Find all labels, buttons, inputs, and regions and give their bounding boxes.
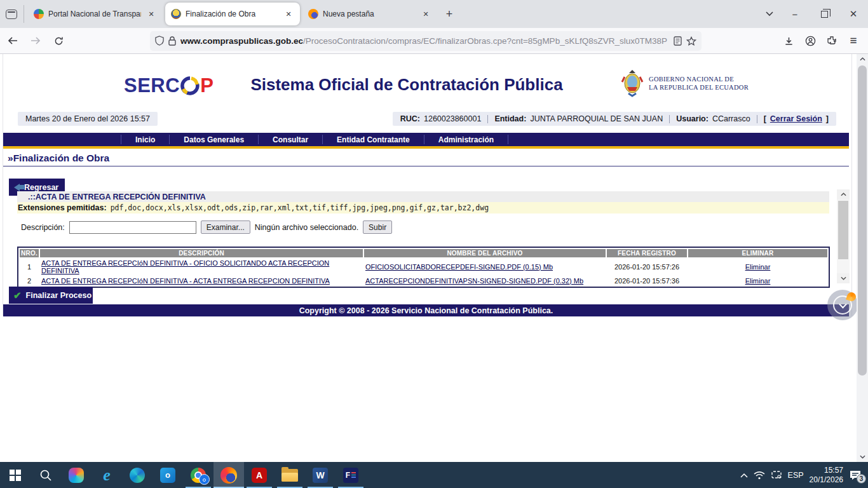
subir-button[interactable]: Subir bbox=[363, 220, 392, 234]
edge-icon bbox=[130, 468, 145, 483]
internet-explorer-icon: e bbox=[103, 466, 111, 485]
bookmark-star-icon[interactable] bbox=[686, 36, 696, 46]
session-chip: RUC: 1260023860001 Entidad: JUNTA PARROQ… bbox=[393, 112, 836, 126]
taskbar-edge[interactable] bbox=[122, 462, 153, 488]
reload-button[interactable] bbox=[48, 31, 69, 50]
taskbar-internet-explorer[interactable]: e bbox=[92, 462, 122, 488]
examinar-button[interactable]: Examinar... bbox=[201, 220, 250, 234]
tray-clock[interactable]: 15:57 20/1/2026 bbox=[810, 466, 843, 485]
sercop-logo-text-p: P bbox=[200, 74, 214, 97]
finalizar-proceso-button[interactable]: ✔ Finalizar Proceso bbox=[9, 287, 93, 304]
col-descripcion: DESCRIPCIÓN bbox=[40, 249, 363, 257]
start-button[interactable] bbox=[0, 462, 31, 488]
reader-view-icon[interactable] bbox=[674, 36, 682, 46]
gold-divider bbox=[3, 146, 849, 149]
firefox-favicon-icon bbox=[308, 9, 318, 19]
taskbar-search-button[interactable] bbox=[31, 462, 61, 488]
cerrar-sesion-link[interactable]: Cerrar Sesión bbox=[770, 114, 822, 123]
downloads-button[interactable] bbox=[778, 31, 799, 50]
footer-copyright: Copyright © 2008 - 2026 Servicio Naciona… bbox=[3, 304, 849, 316]
menu-button[interactable]: ≡ bbox=[843, 31, 864, 50]
tab-close-icon[interactable]: ✕ bbox=[146, 8, 157, 20]
scrollbar-thumb[interactable] bbox=[858, 65, 867, 376]
taskbar: e o A W F bbox=[0, 462, 868, 488]
restore-button[interactable] bbox=[810, 0, 839, 28]
firefox-view-button[interactable] bbox=[5, 5, 24, 23]
eliminar-link[interactable]: Eliminar bbox=[745, 263, 771, 271]
url-bar[interactable]: www.compraspublicas.gob.ec/ProcesoContra… bbox=[150, 31, 702, 51]
notification-center-button[interactable]: 3 bbox=[849, 470, 862, 480]
overlay-clock-bubble[interactable] bbox=[827, 290, 858, 320]
tab-title: Nueva pestaña bbox=[323, 10, 416, 18]
row-nro: 1 bbox=[20, 259, 39, 275]
firmaec-icon: F bbox=[343, 468, 358, 483]
reload-icon bbox=[54, 36, 64, 46]
descripcion-label: Descripción: bbox=[21, 223, 65, 232]
notification-badge: 3 bbox=[857, 474, 866, 484]
tab-finalizacion-obra[interactable]: Finalización de Obra ✕ bbox=[165, 3, 300, 25]
nav-item-datos-generales[interactable]: Datos Generales bbox=[170, 135, 259, 144]
iframe-scrollbar[interactable] bbox=[837, 189, 850, 283]
nav-item-administracion[interactable]: Administración bbox=[424, 135, 508, 144]
taskbar-copilot[interactable] bbox=[61, 462, 92, 488]
tray-wifi-button[interactable] bbox=[754, 471, 765, 480]
tab-portal-transparencia[interactable]: Portal Nacional de Transparenci ✕ bbox=[28, 3, 163, 25]
new-tab-button[interactable]: + bbox=[440, 4, 459, 24]
acrobat-icon: A bbox=[252, 468, 267, 483]
nav-item-inicio[interactable]: Inicio bbox=[121, 135, 170, 144]
account-icon bbox=[805, 36, 816, 46]
firmaec-lines bbox=[351, 472, 356, 478]
back-button[interactable] bbox=[3, 31, 23, 50]
taskbar-file-explorer[interactable] bbox=[275, 462, 305, 488]
browser-scrollbar[interactable] bbox=[857, 54, 868, 462]
eliminar-link[interactable]: Eliminar bbox=[745, 277, 771, 285]
taskbar-firmaec[interactable]: F bbox=[336, 462, 366, 488]
descripcion-link[interactable]: ACTA DE ENTREGA RECEPCIóN DEFINITIVA - O… bbox=[41, 259, 329, 274]
ruc-label: RUC: bbox=[400, 114, 420, 123]
url-domain: www.compraspublicas.gob.ec bbox=[180, 36, 303, 46]
sercop-logo-text: SERC bbox=[124, 74, 180, 97]
gov-line1: GOBIERNO NACIONAL DE bbox=[649, 75, 749, 83]
extensions-label: Extensiones pemitidas: bbox=[18, 203, 107, 212]
tray-language-button[interactable]: ESP bbox=[788, 471, 804, 480]
tab-nueva-pestana[interactable]: Nueva pestaña ✕ bbox=[302, 3, 437, 25]
taskbar-chrome[interactable] bbox=[183, 462, 214, 488]
archivo-link[interactable]: ACTARECEPCIONDEFINITIVAPSN-SIGNED-SIGNED… bbox=[365, 277, 583, 285]
minimize-button[interactable]: − bbox=[780, 0, 810, 28]
descripcion-input[interactable] bbox=[69, 221, 196, 234]
nav-item-entidad-contratante[interactable]: Entidad Contratante bbox=[323, 135, 424, 144]
upload-row: Descripción: Examinar... Ningún archivo … bbox=[21, 220, 392, 234]
descripcion-link[interactable]: ACTA DE ENTREGA RECEPCIóN DEFINITIVA - A… bbox=[41, 277, 330, 285]
tab-close-icon[interactable]: ✕ bbox=[420, 8, 431, 20]
col-nro: NRO. bbox=[20, 249, 39, 257]
scroll-down-icon[interactable] bbox=[857, 452, 868, 462]
scroll-up-icon[interactable] bbox=[857, 54, 868, 64]
taskbar-word[interactable]: W bbox=[305, 462, 336, 488]
taskbar-acrobat[interactable]: A bbox=[244, 462, 275, 488]
window-close-button[interactable]: ✕ bbox=[839, 0, 868, 28]
taskbar-firefox[interactable] bbox=[214, 462, 244, 488]
tab-close-icon[interactable]: ✕ bbox=[283, 8, 294, 20]
scroll-down-icon[interactable] bbox=[837, 273, 850, 283]
nav-item-consultar[interactable]: Consultar bbox=[259, 135, 323, 144]
extensions-button[interactable] bbox=[821, 31, 843, 50]
scroll-up-icon[interactable] bbox=[837, 189, 850, 200]
usuario-value: CCarrasco bbox=[712, 114, 750, 123]
tray-display-button[interactable] bbox=[771, 470, 782, 480]
separator bbox=[757, 115, 757, 123]
row-nro: 2 bbox=[20, 276, 39, 285]
usuario-label: Usuario: bbox=[676, 114, 709, 123]
check-icon: ✔ bbox=[13, 290, 22, 301]
archivo-link[interactable]: OFICIOSOLICITABDORECEPDEFI-SIGNED.PDF (0… bbox=[365, 263, 553, 271]
scrollbar-thumb[interactable] bbox=[838, 201, 848, 259]
account-button[interactable] bbox=[799, 31, 821, 50]
tray-show-hidden-button[interactable] bbox=[740, 473, 748, 478]
logout-bracket-close: ] bbox=[826, 114, 829, 123]
chrome-profile-badge-icon bbox=[199, 474, 210, 485]
forward-button[interactable] bbox=[25, 31, 46, 50]
list-all-tabs-button[interactable] bbox=[759, 4, 780, 24]
taskbar-outlook[interactable]: o bbox=[153, 462, 183, 488]
tab-title: Finalización de Obra bbox=[186, 10, 278, 18]
search-icon bbox=[39, 469, 52, 482]
tab-title: Portal Nacional de Transparenci bbox=[48, 10, 141, 18]
